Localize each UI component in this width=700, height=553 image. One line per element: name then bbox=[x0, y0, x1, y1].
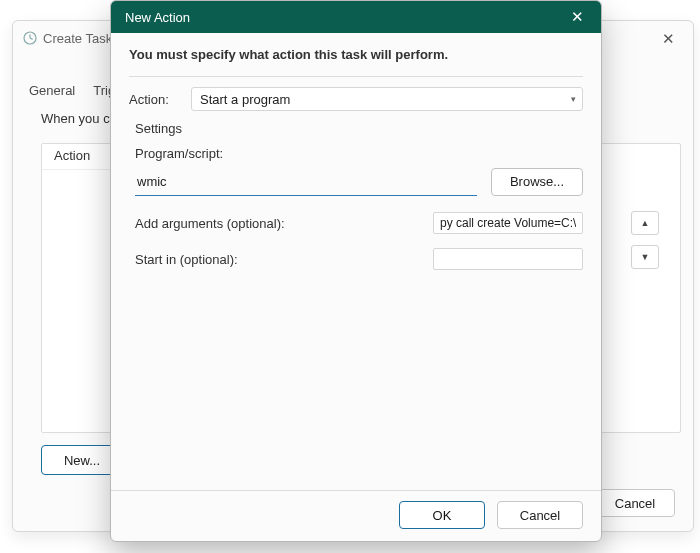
browse-button-label: Browse... bbox=[510, 174, 564, 189]
cancel-button-label: Cancel bbox=[520, 508, 560, 523]
arguments-label: Add arguments (optional): bbox=[135, 216, 433, 231]
browse-button[interactable]: Browse... bbox=[491, 168, 583, 196]
arguments-row: Add arguments (optional): bbox=[135, 212, 583, 234]
new-action-titlebar: New Action ✕ bbox=[111, 1, 601, 33]
cancel-button[interactable]: Cancel bbox=[497, 501, 583, 529]
action-row: Action: Start a program ▾ bbox=[129, 87, 583, 111]
settings-group-label: Settings bbox=[135, 121, 583, 136]
close-icon[interactable]: ✕ bbox=[654, 27, 683, 50]
app-root: Create Task ✕ General Trig When you c Ac… bbox=[0, 0, 700, 553]
program-row: Browse... bbox=[135, 167, 583, 196]
new-action-button-label: New... bbox=[64, 453, 100, 468]
create-task-tabs: General Trig bbox=[27, 79, 117, 102]
divider bbox=[129, 76, 583, 77]
settings-area: Program/script: Browse... Add arguments … bbox=[135, 146, 583, 270]
startin-label: Start in (optional): bbox=[135, 252, 433, 267]
action-dropdown[interactable]: Start a program ▾ bbox=[191, 87, 583, 111]
new-action-body: You must specify what action this task w… bbox=[111, 33, 601, 270]
close-icon[interactable]: ✕ bbox=[563, 5, 591, 29]
startin-input[interactable] bbox=[433, 248, 583, 270]
create-task-cancel-button[interactable]: Cancel bbox=[595, 489, 675, 517]
action-label: Action: bbox=[129, 92, 179, 107]
tab-general[interactable]: General bbox=[27, 79, 77, 102]
svg-line-2 bbox=[30, 38, 33, 39]
divider bbox=[111, 490, 601, 491]
program-script-input[interactable] bbox=[135, 167, 477, 196]
move-up-button[interactable]: ▲ bbox=[631, 211, 659, 235]
create-task-cancel-label: Cancel bbox=[615, 496, 655, 511]
chevron-down-icon: ▾ bbox=[571, 94, 576, 104]
action-selected-value: Start a program bbox=[200, 92, 290, 107]
ok-button-label: OK bbox=[433, 508, 452, 523]
startin-row: Start in (optional): bbox=[135, 248, 583, 270]
program-script-label: Program/script: bbox=[135, 146, 583, 161]
move-down-button[interactable]: ▼ bbox=[631, 245, 659, 269]
create-task-instruction: When you c bbox=[41, 111, 110, 126]
clock-icon bbox=[23, 31, 37, 45]
ok-button[interactable]: OK bbox=[399, 501, 485, 529]
new-action-title: New Action bbox=[125, 10, 563, 25]
new-action-dialog: New Action ✕ You must specify what actio… bbox=[110, 0, 602, 542]
reorder-buttons: ▲ ▼ bbox=[631, 211, 659, 269]
dialog-instruction: You must specify what action this task w… bbox=[129, 47, 583, 62]
arguments-input[interactable] bbox=[433, 212, 583, 234]
dialog-footer: OK Cancel bbox=[399, 501, 583, 529]
